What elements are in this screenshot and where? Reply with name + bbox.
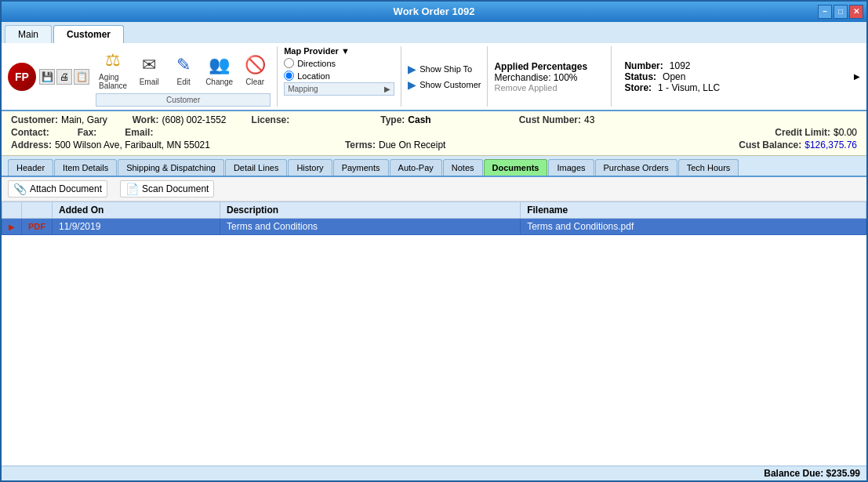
aging-label: AgingBalance [99,73,127,90]
info-store-row: Store: 1 - Visum, LLC [624,82,848,93]
tab-history[interactable]: History [288,159,332,176]
export-button[interactable]: 📋 [74,69,89,85]
tab-tech-hours[interactable]: Tech Hours [678,159,739,176]
cust-balance-label: Cust Balance: [739,140,801,150]
expand-info-button[interactable]: ▶ [854,72,860,81]
address-field: Address: 500 Wilson Ave, Faribault, MN 5… [11,140,210,150]
scan-document-button[interactable]: 📄 Scan Document [120,180,214,198]
work-field: Work: (608) 002-1552 [133,114,227,125]
col-added-on: Added On [53,202,220,219]
maximize-button[interactable]: □ [833,5,848,19]
row-arrow-icon: ▶ [9,223,15,231]
tab-auto-pay[interactable]: Auto-Pay [390,159,442,176]
license-label: License: [252,114,290,125]
ship-arrow-icon: ▶ [408,63,416,75]
title-bar: Work Order 1092 – □ ✕ [2,2,866,22]
print-button[interactable]: 🖨 [56,69,72,85]
row-arrow-cell: ▶ [2,219,22,235]
edit-button[interactable]: ✎ Edit [168,51,199,88]
fax-label: Fax: [78,127,97,138]
row-description: Terms and Conditions [220,219,521,235]
show-ship-to-button[interactable]: ▶ Show Ship To [408,63,481,75]
customer-row-1: Customer: Main, Gary Work: (608) 002-155… [11,114,857,125]
terms-value: Due On Receipt [379,140,445,150]
edit-label: Edit [177,78,191,86]
fax-field: Fax: [78,127,100,138]
email-icon: ✉ [136,53,162,78]
mapping-group: Map Provider ▼ Directions Location Mappi… [284,46,401,107]
customer-group: ⚖ AgingBalance ✉ Email ✎ Edit 👥 Change [96,46,278,107]
documents-table: Added On Description Filename ▶ PDF [2,201,866,235]
license-field: License: [252,114,293,125]
terms-field: Terms: Due On Receipt [345,140,446,150]
cust-number-value: 43 [584,114,594,125]
tab-images[interactable]: Images [548,159,594,176]
location-radio[interactable]: Location [284,71,394,81]
tab-detail-lines[interactable]: Detail Lines [225,159,287,176]
tab-notes[interactable]: Notes [443,159,483,176]
minimize-button[interactable]: – [818,5,832,19]
tab-payments[interactable]: Payments [333,159,389,176]
attach-label: Attach Document [30,183,102,194]
email-label: Email: [125,127,153,138]
col-icon [22,202,53,219]
row-added-on: 11/9/2019 [53,219,220,235]
type-value: Cash [408,114,430,125]
top-tab-bar: Main Customer [2,22,866,43]
map-provider-selector[interactable]: Map Provider ▼ [284,46,394,56]
clear-button[interactable]: 🚫 Clear [239,51,271,88]
remove-applied-button[interactable]: Remove Applied [494,83,601,92]
col-arrow [2,202,22,219]
tab-shipping-dispatching[interactable]: Shipping & Dispatching [118,159,224,176]
location-label: Location [297,71,330,81]
address-value: 500 Wilson Ave, Faribault, MN 55021 [55,140,210,150]
tab-main[interactable]: Main [5,25,52,43]
pdf-icon: PDF [28,222,45,231]
tab-item-details[interactable]: Item Details [54,159,117,176]
directions-label: Directions [297,59,336,68]
tab-purchase-orders[interactable]: Purchase Orders [595,159,677,176]
customer-info-bar: Customer: Main, Gary Work: (608) 002-155… [2,111,866,156]
credit-limit-label: Credit Limit: [775,127,830,138]
attach-document-button[interactable]: 📎 Attach Document [8,180,107,198]
scan-label: Scan Document [142,183,209,194]
edit-icon: ✎ [171,53,196,78]
cust-number-label: Cust Number: [519,114,581,125]
cust-balance-value: $126,375.76 [804,140,857,150]
show-group: ▶ Show Ship To ▶ Show Customer [408,46,488,107]
cust-number-field: Cust Number: 43 [519,114,595,125]
show-customer-button[interactable]: ▶ Show Customer [408,78,481,91]
store-label: Store: [624,82,652,93]
email-label: Email [140,78,159,86]
store-value: 1 - Visum, LLC [658,82,720,93]
toolbar: FP 💾 🖨 📋 ⚖ AgingBalance ✉ [2,43,866,111]
work-value: (608) 002-1552 [162,114,226,125]
tab-customer[interactable]: Customer [53,25,124,43]
save-button[interactable]: 💾 [39,69,55,85]
customer-value: Main, Gary [61,114,107,125]
change-button[interactable]: 👥 Change [202,51,236,88]
aging-balance-button[interactable]: ⚖ AgingBalance [96,46,130,92]
applied-title: Applied Percentages [494,61,601,72]
col-description: Description [220,202,521,219]
balance-due-label: Balance Due: [764,468,823,479]
status-bar: Balance Due: $235.99 [2,466,866,480]
nav-tab-bar: Header Item Details Shipping & Dispatchi… [2,156,866,177]
documents-toolbar: 📎 Attach Document 📄 Scan Document [2,177,866,201]
customer-row-2: Contact: Fax: Email: Credit Limit: $0.00 [11,127,857,138]
applied-percentages-group: Applied Percentages Merchandise: 100% Re… [494,46,612,107]
tab-documents[interactable]: Documents [484,159,548,176]
directions-radio[interactable]: Directions [284,58,394,68]
change-icon: 👥 [207,53,232,78]
tab-header[interactable]: Header [8,159,53,176]
type-label: Type: [380,114,405,125]
terms-label: Terms: [345,140,376,150]
type-field: Type: Cash [380,114,430,125]
customer-arrow-icon: ▶ [408,78,416,91]
table-row[interactable]: ▶ PDF 11/9/2019 Terms and Conditions Ter… [2,219,866,235]
work-label: Work: [133,114,159,125]
email-button[interactable]: ✉ Email [133,51,165,88]
mapping-group-label: Mapping ▶ [284,82,394,96]
close-button[interactable]: ✕ [849,5,863,19]
info-number-row: Number: 1092 [624,60,848,71]
